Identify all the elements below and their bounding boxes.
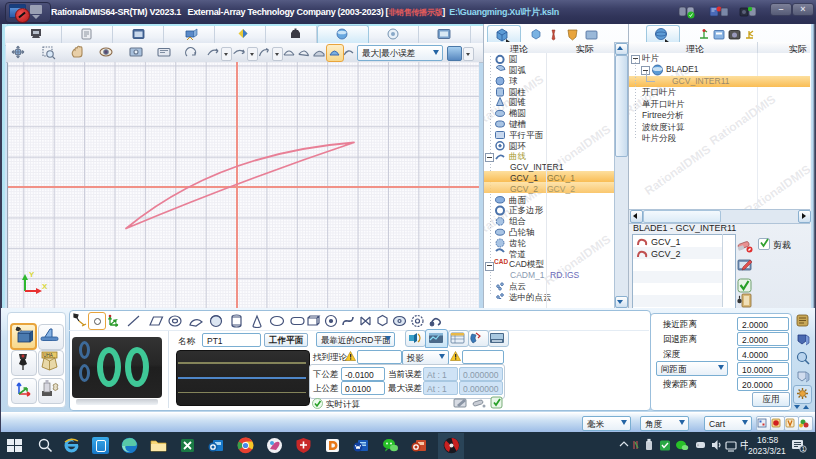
- svg-text:CAD: CAD: [494, 258, 508, 265]
- svg-text:Y: Y: [29, 270, 35, 279]
- svg-text:1: 1: [802, 446, 805, 452]
- svg-text:X: X: [42, 282, 48, 291]
- svg-text:中: 中: [740, 439, 748, 451]
- svg-text:UHA: UHA: [43, 353, 53, 358]
